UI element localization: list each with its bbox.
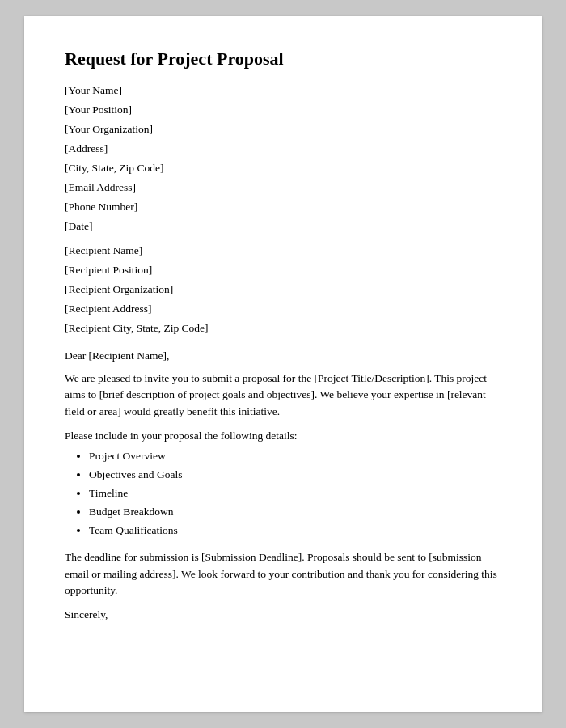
document-title: Request for Project Proposal xyxy=(65,49,501,70)
recipient-name: [Recipient Name] xyxy=(65,244,501,257)
sender-address: [Address] xyxy=(65,142,501,155)
recipient-position: [Recipient Position] xyxy=(65,264,501,277)
recipient-organization: [Recipient Organization] xyxy=(65,283,501,296)
sender-organization: [Your Organization] xyxy=(65,123,501,136)
recipient-address: [Recipient Address] xyxy=(65,303,501,315)
sign-off: Sincerely, xyxy=(65,608,501,621)
list-item-timeline: Timeline xyxy=(89,485,501,503)
intro-paragraph: We are pleased to invite you to submit a… xyxy=(65,370,501,420)
sender-city: [City, State, Zip Code] xyxy=(65,162,501,175)
list-item-objectives: Objectives and Goals xyxy=(89,466,501,485)
document: Request for Project Proposal [Your Name]… xyxy=(24,16,542,712)
list-item-overview: Project Overview xyxy=(89,447,501,466)
proposal-list: Project Overview Objectives and Goals Ti… xyxy=(89,447,501,540)
list-item-budget: Budget Breakdown xyxy=(89,503,501,522)
list-item-team: Team Qualifications xyxy=(89,522,501,540)
sender-fields: [Your Name] [Your Position] [Your Organi… xyxy=(65,84,501,233)
sender-position: [Your Position] xyxy=(65,104,501,116)
sender-name: [Your Name] xyxy=(65,84,501,97)
sender-date: [Date] xyxy=(65,220,501,233)
sender-email: [Email Address] xyxy=(65,181,501,194)
closing-paragraph: The deadline for submission is [Submissi… xyxy=(65,549,501,599)
list-intro: Please include in your proposal the foll… xyxy=(65,430,501,442)
recipient-city: [Recipient City, State, Zip Code] xyxy=(65,322,501,335)
salutation: Dear [Recipient Name], xyxy=(65,349,501,362)
recipient-fields: [Recipient Name] [Recipient Position] [R… xyxy=(65,244,501,335)
sender-phone: [Phone Number] xyxy=(65,201,501,214)
